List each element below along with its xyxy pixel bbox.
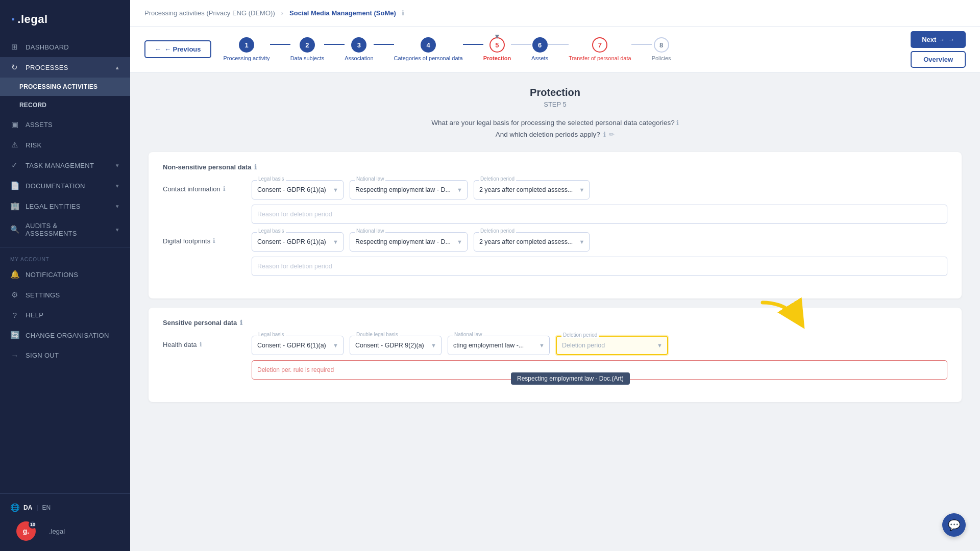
legal-basis-float-label: Legal basis: [257, 176, 286, 182]
step-connector-1-2: [270, 44, 290, 45]
deletion-edit-icon[interactable]: ✏: [609, 131, 615, 138]
sidebar-item-label: DASHBOARD: [26, 43, 69, 51]
lang-en[interactable]: EN: [42, 504, 51, 511]
app-logo: · .legal: [0, 0, 130, 37]
digital-footprints-line-1: Legal basis Consent - GDPR 6(1)(a) ▼ Nat…: [252, 232, 947, 252]
step-circle-1: 1: [239, 37, 254, 53]
breadcrumb-current: Social Media Management (SoMe): [289, 9, 396, 17]
chat-icon: 💬: [948, 519, 961, 531]
sidebar-bottom: 🌐 DA | EN g. 10 .legal: [0, 493, 130, 551]
sidebar-item-risk[interactable]: ⚠ RISK: [0, 135, 130, 155]
sidebar-item-processing-activities[interactable]: PROCESSING ACTIVITIES: [0, 78, 130, 96]
wizard-step-5[interactable]: ▼ 5 Protection: [483, 37, 511, 61]
step-circle-2: 2: [300, 37, 315, 53]
question-line-2: And which deletion periods apply?: [496, 131, 600, 138]
chevron-down-icon: ▼: [115, 163, 120, 168]
user-avatar: g. 10: [16, 521, 36, 541]
health-double-legal-basis-value: Consent - GDPR 9(2)(a): [355, 342, 424, 349]
previous-button[interactable]: ← ← Previous: [144, 40, 211, 58]
sidebar-item-label: ASSETS: [26, 121, 53, 129]
sidebar-item-legal-entities[interactable]: 🏢 LEGAL ENTITIES ▼: [0, 196, 130, 216]
sidebar-item-settings[interactable]: ⚙ SETTINGS: [0, 285, 130, 305]
step-connector-3-4: [374, 44, 394, 45]
step-label-3: Association: [345, 55, 373, 61]
digital-legal-basis-select[interactable]: Legal basis Consent - GDPR 6(1)(a) ▼: [252, 232, 344, 252]
chevron-down-icon: ▼: [431, 342, 436, 348]
sidebar-item-task-management[interactable]: ✓ TASK MANAGEMENT ▼: [0, 155, 130, 176]
sidebar-item-record[interactable]: RECORD: [0, 96, 130, 114]
arrow-left-icon: ←: [155, 45, 161, 53]
sidebar-item-dashboard[interactable]: ⊞ DASHBOARD: [0, 37, 130, 57]
digital-reason-input[interactable]: Reason for deletion period: [252, 257, 947, 276]
protection-header: Protection STEP 5: [149, 87, 962, 108]
step-label-6: Assets: [531, 55, 548, 61]
chat-button[interactable]: 💬: [942, 513, 966, 537]
digital-footprints-line-2: Reason for deletion period: [252, 257, 947, 276]
digital-deletion-period-select[interactable]: Deletion period 2 years after completed …: [474, 232, 590, 252]
sidebar-item-notifications[interactable]: 🔔 NOTIFICATIONS: [0, 264, 130, 285]
health-data-info-icon[interactable]: ℹ: [200, 341, 202, 348]
wizard-step-6[interactable]: 6 Assets: [531, 37, 548, 61]
language-switcher[interactable]: 🌐 DA | EN: [0, 499, 130, 516]
contact-legal-basis-value: Consent - GDPR 6(1)(a): [257, 186, 326, 193]
contact-deletion-period-select[interactable]: Deletion period 2 years after completed …: [474, 180, 590, 199]
protection-question: What are your legal basis for processing…: [149, 117, 962, 141]
sidebar-item-label: RISK: [26, 141, 42, 149]
digital-national-law-select[interactable]: National law Respecting employment law -…: [350, 232, 468, 252]
sidebar-item-change-org[interactable]: 🔄 CHANGE ORGANISATION: [0, 325, 130, 345]
wizard-step-1[interactable]: 1 Processing activity: [224, 37, 270, 61]
sensitive-info-icon[interactable]: ℹ: [240, 319, 242, 327]
step-connector-5-6: [511, 44, 531, 45]
step-label-5: Protection: [483, 55, 511, 61]
digital-footprints-info-icon[interactable]: ℹ: [213, 237, 215, 244]
sidebar-item-assets[interactable]: ▣ ASSETS: [0, 114, 130, 135]
national-law-float-label: National law: [453, 332, 483, 337]
contact-information-fields: Legal basis Consent - GDPR 6(1)(a) ▼ Nat…: [252, 180, 947, 224]
breadcrumb-info-icon[interactable]: ℹ: [402, 9, 404, 17]
contact-legal-basis-select[interactable]: Legal basis Consent - GDPR 6(1)(a) ▼: [252, 180, 344, 199]
non-sensitive-info-icon[interactable]: ℹ: [254, 163, 257, 171]
contact-info-icon[interactable]: ℹ: [223, 185, 226, 192]
next-button[interactable]: Next → →: [911, 31, 966, 48]
deletion-info-icon[interactable]: ℹ: [603, 131, 606, 138]
digital-reason-placeholder: Reason for deletion period: [257, 263, 332, 270]
contact-national-law-select[interactable]: National law Respecting employment law -…: [350, 180, 468, 199]
wizard-step-4[interactable]: 4 Categories of personal data: [394, 37, 463, 61]
health-deletion-period-select[interactable]: Deletion period Deletion period ▼: [556, 336, 668, 355]
chevron-down-icon: ▼: [333, 187, 338, 193]
sidebar-item-sign-out[interactable]: → SIGN OUT: [0, 345, 130, 365]
step-number: STEP 5: [149, 101, 962, 108]
collapse-arrow-icon: ▼: [494, 32, 501, 40]
chevron-down-icon: ▼: [657, 342, 663, 348]
wizard-step-7[interactable]: 7 Transfer of personal data: [569, 37, 631, 61]
health-legal-basis-select[interactable]: Legal basis Consent - GDPR 6(1)(a) ▼: [252, 336, 344, 355]
contact-reason-input[interactable]: Reason for deletion period: [252, 205, 947, 224]
legal-basis-float-label: Legal basis: [257, 332, 286, 337]
chevron-down-icon: ▼: [333, 239, 338, 245]
sidebar-item-audits[interactable]: 🔍 AUDITS & ASSESSMENTS ▼: [0, 216, 130, 243]
settings-icon: ⚙: [10, 290, 19, 299]
sidebar-item-processes[interactable]: ↻ PROCESSES ▲: [0, 57, 130, 78]
sidebar-nav: ⊞ DASHBOARD ↻ PROCESSES ▲ PROCESSING ACT…: [0, 37, 130, 493]
notification-count: 10: [29, 520, 37, 529]
sidebar-item-help[interactable]: ? HELP: [0, 305, 130, 325]
step-label-8: Policies: [652, 55, 671, 61]
sidebar-item-label: HELP: [26, 311, 43, 319]
step-label-4: Categories of personal data: [394, 55, 463, 61]
sidebar-item-documentation[interactable]: 📄 DOCUMENTATION ▼: [0, 176, 130, 196]
wizard-step-2[interactable]: 2 Data subjects: [290, 37, 325, 61]
breadcrumb-parent[interactable]: Processing activities (Privacy ENG (DEMO…: [144, 9, 275, 17]
health-fields-line-1: Legal basis Consent - GDPR 6(1)(a) ▼ Dou…: [252, 336, 947, 355]
wizard-step-8[interactable]: 8 Policies: [652, 37, 671, 61]
overview-button[interactable]: Overview: [911, 51, 966, 68]
chevron-down-icon: ▼: [115, 183, 120, 189]
breadcrumb-separator: ›: [281, 9, 283, 17]
contact-info-text: Contact information: [163, 185, 220, 193]
health-double-legal-basis-select[interactable]: Double legal basis Consent - GDPR 9(2)(a…: [350, 336, 442, 355]
wizard-step-3[interactable]: 3 Association: [345, 37, 373, 61]
contact-national-law-value: Respecting employment law - D...: [355, 186, 451, 193]
health-national-law-select[interactable]: National law cting employment law -... ▼: [448, 336, 550, 355]
lang-da[interactable]: DA: [23, 504, 32, 511]
question-info-icon[interactable]: ℹ: [676, 119, 679, 127]
chevron-up-icon: ▲: [115, 65, 120, 70]
